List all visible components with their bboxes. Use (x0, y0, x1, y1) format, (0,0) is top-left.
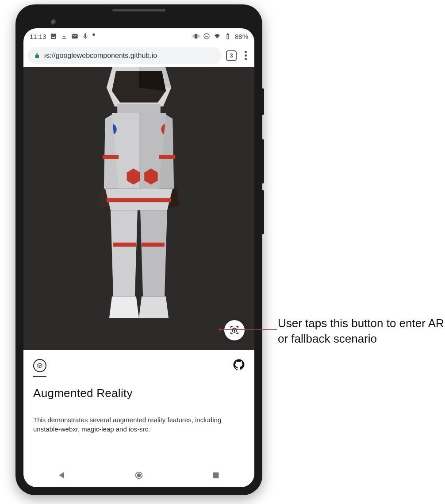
omnibox[interactable]: ›s://googlewebcomponents.github.io (28, 47, 222, 64)
logo-underline (33, 376, 46, 377)
dnd-icon (203, 33, 210, 40)
info-card: Augmented Reality This demonstrates seve… (23, 350, 254, 463)
astronaut-model (68, 67, 210, 337)
svg-marker-30 (109, 297, 139, 318)
tab-count: 3 (230, 52, 233, 59)
vibrate-icon (192, 33, 199, 40)
svg-rect-4 (117, 104, 161, 113)
status-bar: 11:13 • 88% (23, 28, 254, 44)
lock-icon (34, 53, 40, 59)
image-icon (50, 33, 57, 40)
modelviewer-logo-icon (33, 359, 46, 372)
omnibox-url-text: ›s://googlewebcomponents.github.io (44, 52, 157, 60)
annotation-leader-line (220, 329, 277, 330)
front-camera (51, 19, 57, 26)
phone-frame: 11:13 • 88% ›s://googlewebcomponents.git… (15, 4, 262, 495)
svg-marker-3 (139, 71, 166, 91)
ar-button[interactable] (224, 320, 245, 340)
tab-switcher-button[interactable]: 3 (226, 50, 237, 61)
mic-icon (82, 33, 89, 40)
download-icon (61, 33, 68, 40)
browser-menu-button[interactable] (241, 51, 250, 60)
github-icon[interactable] (233, 359, 245, 370)
status-battery-text: 88% (235, 33, 248, 40)
nav-home-button[interactable] (134, 470, 144, 480)
card-title: Augmented Reality (33, 386, 245, 400)
power-button (262, 88, 264, 115)
more-notifications-icon: • (92, 30, 96, 39)
status-clock: 11:13 (30, 33, 46, 40)
svg-rect-25 (107, 198, 171, 202)
browser-toolbar: ›s://googlewebcomponents.github.io 3 (23, 44, 254, 67)
wifi-icon (214, 33, 221, 40)
svg-rect-29 (142, 243, 165, 247)
annotation-text: User taps this button to enter AR or fal… (278, 316, 445, 347)
svg-marker-31 (139, 297, 169, 318)
system-nav-bar (23, 463, 254, 487)
nav-back-button[interactable] (57, 470, 67, 480)
volume-down-button (262, 190, 264, 234)
svg-marker-26 (111, 210, 138, 297)
nav-recent-button[interactable] (211, 470, 221, 480)
svg-marker-27 (140, 210, 167, 297)
svg-rect-20 (103, 155, 119, 159)
ar-cube-icon (229, 325, 240, 336)
battery-icon (224, 33, 231, 40)
svg-rect-34 (213, 473, 219, 478)
model-viewer[interactable] (23, 67, 254, 350)
card-body: This demonstrates several augmented real… (33, 415, 245, 434)
phone-speaker (112, 9, 165, 11)
svg-rect-28 (113, 243, 136, 247)
phone-screen: 11:13 • 88% ›s://googlewebcomponents.git… (23, 28, 254, 487)
page-content: Augmented Reality This demonstrates seve… (23, 67, 254, 463)
svg-point-33 (137, 473, 141, 477)
volume-up-button (262, 139, 264, 183)
svg-rect-21 (159, 155, 176, 159)
mail-icon (71, 33, 78, 40)
